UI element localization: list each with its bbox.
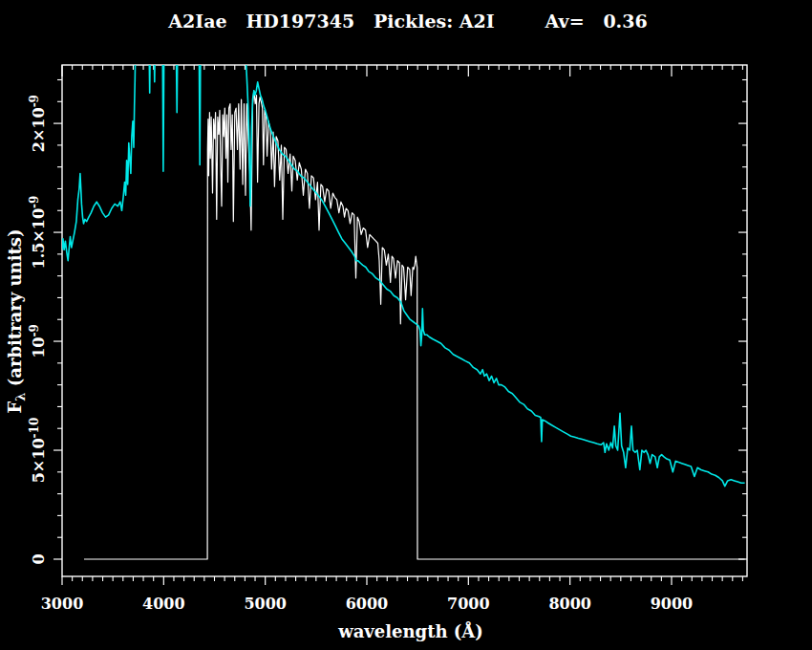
- y-tick-label: 10-9: [28, 324, 48, 358]
- y-axis-title: Fλ (arbitrary units): [5, 229, 28, 414]
- x-tick-label: 8000: [548, 595, 591, 613]
- x-tick-label: 6000: [346, 595, 389, 613]
- screenshot-root: A2Iae HD197345 Pickles: A2I Av= 0.36 300…: [0, 0, 812, 650]
- x-tick-label: 3000: [41, 595, 84, 613]
- y-tick-label: 1.5×10-9: [28, 196, 48, 270]
- y-tick-label: 2×10-9: [28, 95, 48, 152]
- observed-HD197345-spectrum-line: [62, 36, 745, 487]
- x-tick-label: 5000: [244, 595, 287, 613]
- y-tick-label: 5×10-10: [28, 418, 48, 484]
- x-tick-label: 9000: [651, 595, 694, 613]
- x-tick-label: 4000: [142, 595, 185, 613]
- x-axis-title: wavelength (Å): [337, 620, 483, 641]
- pickles-template-series: [84, 91, 745, 559]
- y-tick-label: 0: [30, 553, 48, 564]
- chart-title: A2Iae HD197345 Pickles: A2I Av= 0.36: [167, 11, 647, 32]
- observed-spectrum-series: [62, 36, 745, 487]
- spectrum-chart: A2Iae HD197345 Pickles: A2I Av= 0.36 300…: [0, 0, 812, 650]
- x-tick-label: 7000: [447, 595, 490, 613]
- pickles-A2I-template-line: [84, 91, 745, 559]
- axes: [53, 65, 747, 585]
